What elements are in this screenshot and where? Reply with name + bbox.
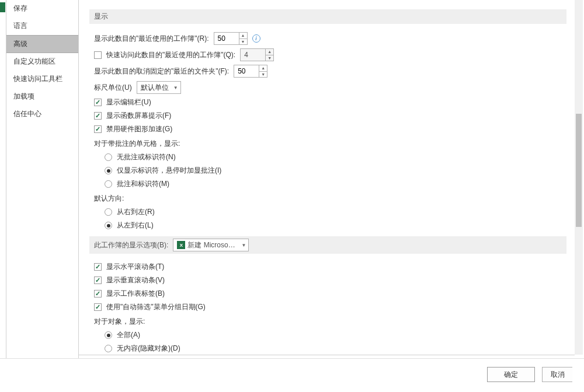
section-header-display: 显示	[89, 9, 566, 24]
row-comments-both: 批注和标识符(M)	[89, 179, 566, 189]
radio-comments-indicator[interactable]	[105, 167, 112, 174]
label-show-sheet-tabs: 显示工作表标签(B)	[106, 289, 165, 299]
label-show-hscroll: 显示水平滚动条(T)	[106, 262, 164, 272]
label-dir-ltr: 从左到右(L)	[117, 220, 154, 230]
checkbox-autofilter-group[interactable]	[94, 303, 102, 311]
sidebar-item-label: 快速访问工具栏	[13, 75, 62, 83]
input-recent-workbooks[interactable]	[214, 33, 239, 44]
ok-button[interactable]: 确定	[487, 367, 535, 382]
label-show-formula-bar: 显示编辑栏(U)	[106, 97, 151, 107]
checkbox-disable-hw-accel[interactable]	[94, 125, 102, 133]
header-objects-display: 对于对象，显示:	[89, 317, 566, 327]
vertical-scrollbar[interactable]	[575, 0, 583, 355]
sidebar-item-label: 高级	[13, 40, 27, 48]
select-value: 默认单位	[141, 83, 169, 93]
checkbox-show-sheet-tabs[interactable]	[94, 290, 102, 298]
label-disable-hw-accel: 禁用硬件图形加速(G)	[106, 124, 172, 134]
sidebar-item-quick-access-toolbar[interactable]: 快速访问工具栏	[6, 71, 78, 88]
row-recent-workbooks: 显示此数目的"最近使用的工作簿"(R): ▲ ▼ i	[89, 32, 566, 45]
select-ruler-units[interactable]: 默认单位 ▼	[137, 81, 181, 94]
radio-objects-all[interactable]	[105, 331, 112, 339]
divider	[79, 355, 575, 355]
label-objects-all: 全部(A)	[117, 330, 140, 340]
sidebar-item-save[interactable]: 保存	[6, 0, 78, 18]
label-recent-workbooks: 显示此数目的"最近使用的工作簿"(R):	[94, 34, 209, 44]
sidebar-item-label: 保存	[13, 4, 27, 12]
radio-comments-none[interactable]	[105, 153, 112, 161]
checkbox-quick-access-recent[interactable]	[94, 51, 102, 59]
section-header-workbook-display: 此工作簿的显示选项(B): X 新建 Microsoft... ▼	[89, 236, 566, 254]
checkbox-show-formula-bar[interactable]	[94, 99, 102, 106]
sidebar-item-addins[interactable]: 加载项	[6, 88, 78, 106]
label-show-function-tips: 显示函数屏幕提示(F)	[106, 111, 171, 121]
excel-workbook-icon: X	[177, 241, 185, 249]
label-objects-none: 无内容(隐藏对象)(D)	[117, 344, 180, 354]
sidebar-item-label: 语言	[13, 22, 27, 30]
spinner-up-icon: ▲	[266, 49, 273, 55]
spinner-recent-workbooks[interactable]: ▲ ▼	[214, 32, 248, 45]
row-objects-all: 全部(A)	[89, 330, 566, 340]
row-ruler-units: 标尺单位(U) 默认单位 ▼	[89, 81, 566, 94]
section-title: 显示	[94, 12, 108, 22]
row-autofilter-group: 使用"自动筛选"菜单分组日期(G)	[89, 302, 566, 312]
radio-dir-ltr[interactable]	[105, 222, 112, 229]
radio-comments-both[interactable]	[105, 180, 112, 188]
row-show-hscroll: 显示水平滚动条(T)	[89, 262, 566, 272]
label-recent-folders: 显示此数目的取消固定的"最近的文件夹"(F):	[94, 66, 229, 76]
row-dir-ltr: 从左到右(L)	[89, 220, 566, 230]
spinner-recent-folders[interactable]: ▲ ▼	[234, 65, 267, 78]
label-autofilter-group: 使用"自动筛选"菜单分组日期(G)	[106, 302, 206, 312]
sidebar-item-label: 自定义功能区	[13, 57, 55, 65]
sidebar-item-customize-ribbon[interactable]: 自定义功能区	[6, 53, 78, 71]
spinner-arrows: ▲ ▼	[259, 65, 267, 77]
spinner-down-icon[interactable]: ▼	[239, 39, 247, 45]
options-content-panel: 显示 显示此数目的"最近使用的工作簿"(R): ▲ ▼ i 快速访问此数目的"最…	[79, 0, 575, 355]
row-show-function-tips: 显示函数屏幕提示(F)	[89, 111, 566, 121]
row-dir-rtl: 从右到左(R)	[89, 207, 566, 217]
sidebar-item-language[interactable]: 语言	[6, 18, 78, 35]
header-comments-display: 对于带批注的单元格，显示:	[89, 139, 566, 149]
spinner-down-icon[interactable]: ▼	[259, 72, 267, 78]
input-recent-folders[interactable]	[234, 65, 259, 77]
row-comments-indicator: 仅显示标识符，悬停时加显批注(I)	[89, 166, 566, 176]
button-label: 确定	[504, 370, 518, 380]
row-objects-none: 无内容(隐藏对象)(D)	[89, 344, 566, 354]
chevron-down-icon: ▼	[241, 243, 246, 248]
info-icon[interactable]: i	[252, 34, 260, 43]
row-show-formula-bar: 显示编辑栏(U)	[89, 97, 566, 107]
select-workbook[interactable]: X 新建 Microsoft... ▼	[173, 239, 249, 251]
label-ruler-units: 标尺单位(U)	[94, 83, 132, 93]
sidebar-item-advanced[interactable]: 高级	[6, 35, 78, 53]
spinner-up-icon[interactable]: ▲	[239, 33, 247, 39]
label-show-vscroll: 显示垂直滚动条(V)	[106, 275, 165, 285]
cancel-button[interactable]: 取消	[542, 367, 572, 382]
spinner-arrows: ▲ ▼	[239, 33, 247, 44]
sidebar-item-label: 信任中心	[13, 110, 41, 118]
row-quick-access-recent: 快速访问此数目的"最近使用的工作簿"(Q): ▲ ▼	[89, 48, 566, 61]
sidebar-item-label: 加载项	[13, 92, 34, 100]
row-show-vscroll: 显示垂直滚动条(V)	[89, 275, 566, 285]
label-comments-both: 批注和标识符(M)	[117, 179, 169, 189]
sidebar-item-trust-center[interactable]: 信任中心	[6, 106, 78, 123]
checkbox-show-hscroll[interactable]	[94, 263, 102, 271]
header-default-direction: 默认方向:	[89, 194, 566, 204]
spinner-arrows: ▲ ▼	[265, 49, 273, 61]
row-show-sheet-tabs: 显示工作表标签(B)	[89, 289, 566, 299]
checkbox-show-vscroll[interactable]	[94, 276, 102, 284]
scrollbar-thumb[interactable]	[576, 114, 582, 228]
spreadsheet-left-edge: 1	[0, 0, 6, 392]
button-label: 取消	[551, 370, 565, 380]
row-recent-folders: 显示此数目的取消固定的"最近的文件夹"(F): ▲ ▼	[89, 65, 566, 78]
dialog-button-bar: 确定 取消	[0, 358, 584, 392]
select-value: 新建 Microsoft...	[187, 240, 237, 250]
label-quick-access-recent: 快速访问此数目的"最近使用的工作簿"(Q):	[106, 50, 235, 60]
radio-dir-rtl[interactable]	[105, 208, 112, 216]
input-quick-access-recent	[241, 49, 265, 61]
checkbox-show-function-tips[interactable]	[94, 112, 102, 120]
options-sidebar: 保存 语言 高级 自定义功能区 快速访问工具栏 加载项 信任中心	[6, 0, 79, 368]
row-header-cell	[0, 2, 5, 12]
spinner-down-icon: ▼	[266, 55, 273, 61]
radio-objects-none[interactable]	[105, 345, 112, 352]
row-comments-none: 无批注或标识符(N)	[89, 152, 566, 162]
spinner-up-icon[interactable]: ▲	[259, 65, 267, 72]
